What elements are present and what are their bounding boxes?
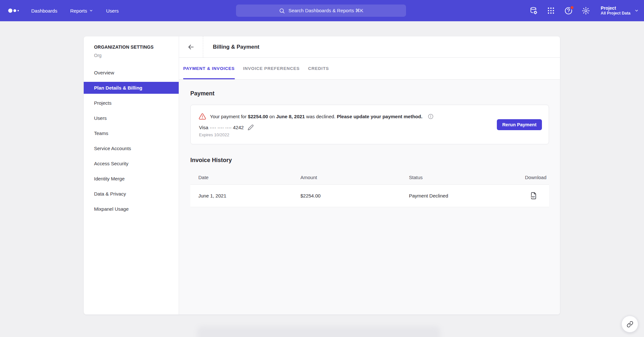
column-header-date: Date	[190, 175, 300, 180]
billing-header: Billing & Payment	[179, 36, 560, 58]
arrow-left-icon	[187, 43, 194, 51]
sidebar-item-service-accounts[interactable]: Service Accounts	[84, 142, 179, 154]
search-input[interactable]: Search Dashboards & Reports ⌘K	[236, 5, 406, 17]
project-texts: Project All Project Data	[601, 5, 630, 16]
settings-gear-icon[interactable]	[582, 6, 590, 15]
search-placeholder: Search Dashboards & Reports ⌘K	[289, 8, 364, 14]
sidebar-item-identity-merge[interactable]: Identity Merge	[84, 173, 179, 185]
sidebar-item-mixpanel-usage[interactable]: Mixpanel Usage	[84, 203, 179, 215]
help-notification-badge	[570, 5, 574, 10]
copy-link-button[interactable]	[621, 316, 638, 332]
sidebar-item-plan-details-billing[interactable]: Plan Details & Billing	[84, 82, 179, 94]
payment-method-row: Visa ···· ···· ···· 4242	[199, 124, 541, 130]
alert-text: Your payment for $2254.00 on June 8, 202…	[210, 114, 422, 119]
invoice-amount: $2254.00	[300, 193, 409, 198]
pdf-download-icon[interactable]: PDF	[529, 192, 537, 200]
card-number: Visa ···· ···· ···· 4242	[199, 125, 244, 130]
top-navbar: Dashboards Reports Users Search Dashboar…	[0, 0, 644, 21]
sidebar-item-data-privacy[interactable]: Data & Privacy	[84, 188, 179, 200]
nav-item-dashboards-label: Dashboards	[31, 8, 57, 14]
project-label: Project	[601, 5, 630, 11]
org-settings-sidebar: ORGANIZATION SETTINGS Org Overview Plan …	[84, 36, 179, 314]
edit-pencil-icon[interactable]	[248, 124, 254, 130]
column-header-download: Download	[522, 175, 549, 180]
tab-credits[interactable]: CREDITS	[308, 58, 329, 79]
payment-invoices-content: Payment Your payment for $2254.00 on Jun…	[179, 80, 560, 314]
payment-declined-alert: Your payment for $2254.00 on June 8, 202…	[199, 113, 541, 120]
nav-left: Dashboards Reports Users	[0, 6, 132, 15]
column-header-status: Status	[409, 175, 522, 180]
page: Dashboards Reports Users Search Dashboar…	[0, 0, 644, 337]
tab-payment-invoices[interactable]: PAYMENT & INVOICES	[183, 58, 235, 79]
sidebar-item-overview[interactable]: Overview	[84, 67, 179, 79]
invoice-status: Payment Declined	[409, 193, 522, 198]
settings-workspace: ORGANIZATION SETTINGS Org Overview Plan …	[84, 36, 560, 314]
invoice-table: Date Amount Status Download June 1, 2021…	[190, 170, 549, 207]
info-icon[interactable]	[428, 113, 434, 120]
nav-item-reports-label: Reports	[70, 8, 87, 14]
warning-triangle-icon	[199, 113, 206, 120]
project-value: All Project Data	[601, 11, 630, 16]
nav-right: Project All Project Data	[529, 0, 644, 21]
sidebar-org-name: Org	[84, 53, 179, 58]
chevron-down-icon	[89, 9, 93, 13]
help-icon[interactable]	[564, 6, 573, 15]
project-switcher[interactable]: Project All Project Data	[601, 5, 639, 16]
sidebar-item-projects[interactable]: Projects	[84, 97, 179, 109]
data-management-icon[interactable]	[529, 6, 538, 15]
rerun-payment-button[interactable]: Rerun Payment	[497, 119, 542, 130]
link-icon	[627, 321, 633, 328]
table-row: June 1, 2021 $2254.00 Payment Declined P…	[190, 185, 549, 207]
nav-item-dashboards[interactable]: Dashboards	[31, 8, 57, 14]
invoice-table-header: Date Amount Status Download	[190, 170, 549, 185]
page-title: Billing & Payment	[203, 36, 260, 57]
back-button[interactable]	[179, 36, 203, 57]
sidebar-item-teams[interactable]: Teams	[84, 127, 179, 139]
svg-text:PDF: PDF	[531, 196, 535, 198]
search-icon	[279, 8, 285, 14]
sidebar-list: Overview Plan Details & Billing Projects…	[84, 67, 179, 215]
chevron-down-icon	[634, 8, 639, 13]
card-expiry: Expires 10/2022	[199, 132, 541, 137]
nav-item-users-label: Users	[106, 8, 118, 14]
column-header-amount: Amount	[300, 175, 409, 180]
sidebar-heading: ORGANIZATION SETTINGS	[84, 44, 179, 50]
payment-section-title: Payment	[190, 90, 549, 97]
invoice-history-title: Invoice History	[190, 157, 549, 164]
tab-invoice-preferences[interactable]: INVOICE PREFERENCES	[243, 58, 300, 79]
payment-panel: Your payment for $2254.00 on June 8, 202…	[190, 105, 549, 144]
sidebar-item-users[interactable]: Users	[84, 112, 179, 124]
nav-item-users[interactable]: Users	[106, 8, 118, 14]
mixpanel-logo-icon[interactable]	[7, 6, 22, 15]
sidebar-item-access-security[interactable]: Access Security	[84, 158, 179, 169]
below-fold-shadow	[197, 326, 440, 337]
nav-item-reports[interactable]: Reports	[70, 8, 93, 14]
billing-main: Billing & Payment PAYMENT & INVOICES INV…	[179, 36, 560, 314]
billing-tabs: PAYMENT & INVOICES INVOICE PREFERENCES C…	[179, 58, 560, 80]
apps-grid-icon[interactable]	[547, 6, 555, 15]
invoice-date: June 1, 2021	[190, 193, 300, 198]
